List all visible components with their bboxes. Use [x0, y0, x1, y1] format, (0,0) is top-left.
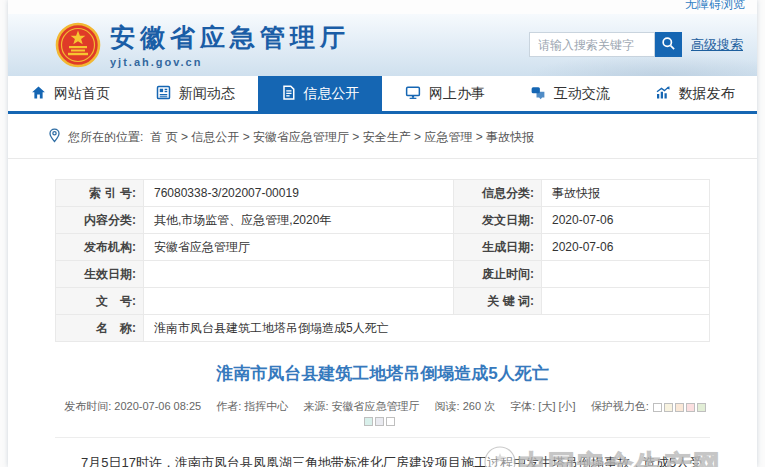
article-body: 7月5日17时许，淮南市凤台县凤凰湖三角地带标准化厂房建设项目施工过程中发生塔吊… [55, 451, 710, 467]
field-value: 事故快报 [542, 180, 710, 207]
field-label: 生效日期: [56, 261, 144, 288]
page-container: 无障碍浏览 安徽省应急管理厅 yjt.ah.gov.cn [8, 0, 757, 467]
field-label: 发布机构: [56, 234, 144, 261]
site-title: 安徽省应急管理厅 [110, 21, 350, 54]
national-emblem-logo [55, 22, 101, 72]
site-url: yjt.ah.gov.cn [110, 56, 350, 68]
color-swatch[interactable] [653, 403, 662, 412]
main-content: 索 引 号: 76080338-3/202007-00019 信息分类: 事故快… [8, 179, 757, 467]
location-pin-icon [48, 128, 61, 146]
field-value [542, 261, 710, 288]
field-value: 2020-07-06 [542, 234, 710, 261]
nav-item-label: 数据发布 [679, 85, 735, 103]
field-value: 2020-07-06 [542, 207, 710, 234]
accessibility-link[interactable]: 无障碍浏览 [685, 0, 745, 13]
view-count: 阅读: 260 次 [435, 400, 496, 412]
table-row: 发布机构: 安徽省应急管理厅 生成日期: 2020-07-06 [56, 234, 710, 261]
color-swatch[interactable] [697, 403, 706, 412]
chat-icon [530, 85, 546, 103]
document-info-table: 索 引 号: 76080338-3/202007-00019 信息分类: 事故快… [55, 179, 710, 342]
site-header: 安徽省应急管理厅 yjt.ah.gov.cn 高级搜索 [8, 14, 757, 76]
field-value: 76080338-3/202007-00019 [144, 180, 454, 207]
nav-item-online-services[interactable]: 网上办事 [382, 76, 507, 111]
color-swatch[interactable] [686, 403, 695, 412]
site-brand: 安徽省应急管理厅 yjt.ah.gov.cn [110, 21, 350, 68]
document-icon [281, 85, 296, 103]
nav-item-label: 网站首页 [54, 85, 110, 103]
nav-item-data-release[interactable]: 数据发布 [632, 76, 757, 111]
nav-item-label: 网上办事 [429, 85, 485, 103]
table-row: 文 号: 关 键 词: [56, 288, 710, 315]
nav-item-info-disclosure[interactable]: 信息公开 [258, 76, 383, 111]
breadcrumb: 您所在的位置: 首 页 > 信息公开 > 安徽省应急管理厅 > 安全生产 > 应… [8, 114, 757, 159]
content-divider [55, 437, 710, 438]
main-nav: 网站首页 新闻动态 信息公开 [8, 76, 757, 114]
search-button[interactable] [655, 32, 682, 57]
article-title: 淮南市凤台县建筑工地塔吊倒塌造成5人死亡 [55, 362, 710, 385]
advanced-search-link[interactable]: 高级搜索 [691, 36, 743, 54]
publish-time: 发布时间: 2020-07-06 08:25 [64, 400, 201, 412]
field-label: 废止时间: [454, 261, 542, 288]
field-label: 信息分类: [454, 180, 542, 207]
field-value: 其他,市场监管、应急管理,2020年 [144, 207, 454, 234]
field-label: 关 键 词: [454, 288, 542, 315]
field-label: 索 引 号: [56, 180, 144, 207]
source: 来源: 安徽省应急管理厅 [303, 400, 419, 412]
chart-icon [655, 85, 671, 103]
author: 作者: 指挥中心 [216, 400, 288, 412]
search-icon [661, 36, 676, 54]
field-value: 安徽省应急管理厅 [144, 234, 454, 261]
field-label: 生成日期: [454, 234, 542, 261]
nav-item-home[interactable]: 网站首页 [8, 76, 133, 111]
field-value [542, 288, 710, 315]
breadcrumb-label: 您所在的位置: [68, 129, 143, 146]
font-small-button[interactable]: [小] [559, 400, 576, 412]
nav-item-news[interactable]: 新闻动态 [133, 76, 258, 111]
nav-item-label: 新闻动态 [179, 85, 235, 103]
field-label: 名 称: [56, 315, 144, 342]
field-label: 内容分类: [56, 207, 144, 234]
nav-item-label: 信息公开 [304, 85, 360, 103]
color-swatch[interactable] [375, 417, 384, 426]
color-swatch[interactable] [364, 417, 373, 426]
search-input[interactable] [529, 32, 655, 57]
field-value: 淮南市凤台县建筑工地塔吊倒塌造成5人死亡 [144, 315, 710, 342]
color-swatch[interactable] [664, 403, 673, 412]
table-row: 索 引 号: 76080338-3/202007-00019 信息分类: 事故快… [56, 180, 710, 207]
color-swatch[interactable] [386, 417, 395, 426]
nav-item-interaction[interactable]: 互动交流 [507, 76, 632, 111]
table-row: 生效日期: 废止时间: [56, 261, 710, 288]
top-strip: 无障碍浏览 [8, 0, 757, 14]
field-label: 文 号: [56, 288, 144, 315]
news-icon [156, 85, 171, 103]
field-label: 发文日期: [454, 207, 542, 234]
article-paragraph: 7月5日17时许，淮南市凤台县凤凰湖三角地带标准化厂房建设项目施工过程中发生塔吊… [55, 451, 710, 467]
table-row: 内容分类: 其他,市场监管、应急管理,2020年 发文日期: 2020-07-0… [56, 207, 710, 234]
article-meta: 发布时间: 2020-07-06 08:25 作者: 指挥中心 来源: 安徽省应… [55, 399, 710, 426]
search-bar: 高级搜索 [529, 32, 743, 57]
color-swatch[interactable] [675, 403, 684, 412]
font-size-controls: 字体: [大] [小] [510, 400, 575, 412]
monitor-icon [405, 85, 421, 103]
table-row: 名 称: 淮南市凤台县建筑工地塔吊倒塌造成5人死亡 [56, 315, 710, 342]
breadcrumb-path[interactable]: 首 页 > 信息公开 > 安徽省应急管理厅 > 安全生产 > 应急管理 > 事故… [150, 129, 534, 146]
field-value [144, 288, 454, 315]
nav-item-label: 互动交流 [554, 85, 610, 103]
field-value [144, 261, 454, 288]
font-large-button[interactable]: [大] [538, 400, 555, 412]
home-icon [31, 85, 46, 103]
